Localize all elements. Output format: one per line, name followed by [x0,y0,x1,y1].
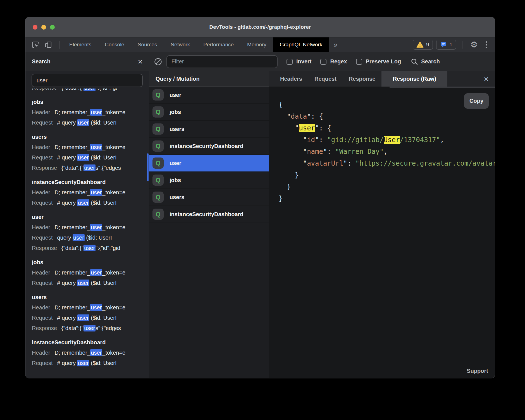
devtools-tab-sources[interactable]: Sources [131,37,164,52]
search-result-line[interactable]: HeaderD; remember_user_token=e [32,187,149,198]
search-toggle[interactable]: Search [411,58,440,66]
warnings-badge[interactable]: 9 [413,40,433,50]
query-type-icon: Q [152,140,164,152]
query-row-user[interactable]: Quser [149,155,269,172]
search-result-line[interactable]: Request# query user ($id: UserI [32,313,149,323]
search-result-group-title[interactable]: users [32,292,149,302]
search-result-line[interactable]: Request# query user ($id: UserI [32,152,149,163]
search-panel-body: Response{"data":{"user":{"id":"gijobsHea… [25,71,149,378]
close-window-button[interactable] [33,25,37,30]
query-row-jobs[interactable]: Qjobs [149,172,269,189]
query-list: QuserQjobsQusersQinstanceSecurityDashboa… [149,87,269,378]
filter-input[interactable] [166,55,278,68]
checkbox-label-preserve-log: Preserve Log [366,58,401,65]
query-list-header: Query / Mutation [149,71,269,87]
devtools-tab-graphql-network[interactable]: GraphQL Network [273,37,329,52]
minimize-window-button[interactable] [41,25,46,30]
devtools-tab-network[interactable]: Network [164,37,197,52]
devtools-tab-elements[interactable]: Elements [63,37,98,52]
search-result-group-title[interactable]: instanceSecurityDashboard [32,337,149,348]
detail-tab-response[interactable]: Response [343,71,382,87]
search-result-group-title[interactable]: instanceSecurityDashboard [32,177,149,187]
devtools-tab-performance[interactable]: Performance [197,37,240,52]
detail-tab-headers[interactable]: Headers [274,71,308,87]
devtools-tab-console[interactable]: Console [98,37,131,52]
search-close-icon[interactable]: × [138,58,143,66]
query-row-users[interactable]: Qusers [149,189,269,206]
message-icon [440,41,447,48]
search-results: Response{"data":{"user":{"id":"gijobsHea… [25,89,149,378]
search-input[interactable] [32,74,143,87]
json-line: { [279,99,495,111]
checkbox-box-preserve-log[interactable] [356,59,362,65]
search-result-kind-label: Header [32,304,50,311]
search-result-text: {"data":{"user":{"id":"gid [61,245,120,251]
query-list-panel: Query / Mutation QuserQjobsQusersQinstan… [149,71,269,378]
main-area: Search × Response{"data":{"user":{"id":"… [25,52,495,378]
query-row-label: user [170,92,181,98]
search-result-group-title[interactable]: users [32,132,149,142]
query-row-instancesecuritydashboard[interactable]: QinstanceSecurityDashboard [149,206,269,223]
query-row-label: instanceSecurityDashboard [170,143,244,149]
checkbox-invert[interactable]: Invert [287,58,311,65]
search-result-line[interactable]: HeaderD; remember_user_token=e [32,107,149,118]
search-result-text: D; remember_user_token=e [55,304,126,311]
search-result-line[interactable]: HeaderD; remember_user_token=e [32,302,149,313]
checkbox-box-regex[interactable] [320,59,326,65]
search-result-text: D; remember_user_token=e [55,144,126,151]
query-row-users[interactable]: Qusers [149,121,269,138]
search-scrollbar-thumb[interactable] [147,153,149,181]
search-result-line[interactable]: Requestquery user ($id: UserI [32,233,149,243]
settings-gear-icon[interactable]: ⚙ [469,40,479,49]
detail-tab-response-raw[interactable]: Response (Raw) [381,71,447,87]
search-result-line[interactable]: HeaderD; remember_user_token=e [32,268,149,278]
search-result-line[interactable]: Response{"data":{"users":{"edges [32,323,149,333]
search-result-group-title[interactable]: jobs [32,97,149,107]
search-result-line[interactable]: Request# query user ($id: UserI [32,278,149,288]
search-result-line[interactable]: HeaderD; remember_user_token=e [32,348,149,358]
devtools-tabstrip: ElementsConsoleSourcesNetworkPerformance… [25,37,495,52]
clear-requests-icon[interactable] [154,57,163,66]
search-result-line[interactable]: HeaderD; remember_user_token=e [32,222,149,233]
search-result-line[interactable]: Request# query user ($id: UserI [32,358,149,368]
search-result-line[interactable]: Response{"data":{"user":{"id":"gi [32,89,149,93]
search-result-group-title[interactable]: jobs [32,257,149,268]
copy-button[interactable]: Copy [464,93,489,109]
detail-tab-request[interactable]: Request [308,71,343,87]
devtools-window: DevTools - gitlab.com/-/graphql-explorer… [25,17,495,378]
query-type-icon: Q [152,192,164,203]
search-result-line[interactable]: Response{"data":{"users":{"edges [32,163,149,173]
search-result-line[interactable]: Request# query user ($id: UserI [32,198,149,208]
inspect-element-icon[interactable] [31,40,40,49]
issues-badge[interactable]: 1 [436,40,456,50]
devtools-tab-memory[interactable]: Memory [240,37,273,52]
search-input-bar [25,71,149,89]
query-row-user[interactable]: Quser [149,87,269,104]
support-link[interactable]: Support [467,368,488,374]
search-result-group-title[interactable]: user [32,212,149,222]
window-title: DevTools - gitlab.com/-/graphql-explorer [209,24,311,30]
search-result-kind-label: Response [32,165,57,171]
tabstrip-tools [25,37,63,52]
query-row-jobs[interactable]: Qjobs [149,104,269,121]
more-tabs-chevron-icon[interactable]: » [329,37,342,52]
query-row-instancesecuritydashboard[interactable]: QinstanceSecurityDashboard [149,138,269,155]
zoom-window-button[interactable] [50,25,55,30]
search-toggle-label: Search [421,58,440,65]
detail-close-icon[interactable]: × [478,71,495,87]
search-result-line[interactable]: Request# query user ($id: UserI [32,118,149,128]
query-type-icon: Q [152,89,164,101]
search-result-text: {"data":{"users":{"edges [61,164,121,171]
search-result-text: # query user ($id: UserI [57,199,117,206]
search-panel: Search × Response{"data":{"user":{"id":"… [25,52,149,378]
kebab-menu-icon[interactable] [483,41,490,48]
search-result-kind-label: Response [32,245,57,251]
checkbox-preserve-log[interactable]: Preserve Log [356,58,401,65]
device-toolbar-icon[interactable] [44,40,53,49]
checkbox-box-invert[interactable] [287,59,293,65]
search-result-line[interactable]: HeaderD; remember_user_token=e [32,142,149,152]
search-result-line[interactable]: Response{"data":{"user":{"id":"gid [32,243,149,253]
search-result-kind-label: Header [32,269,50,276]
query-row-label: instanceSecurityDashboard [170,211,244,218]
checkbox-regex[interactable]: Regex [320,58,347,65]
